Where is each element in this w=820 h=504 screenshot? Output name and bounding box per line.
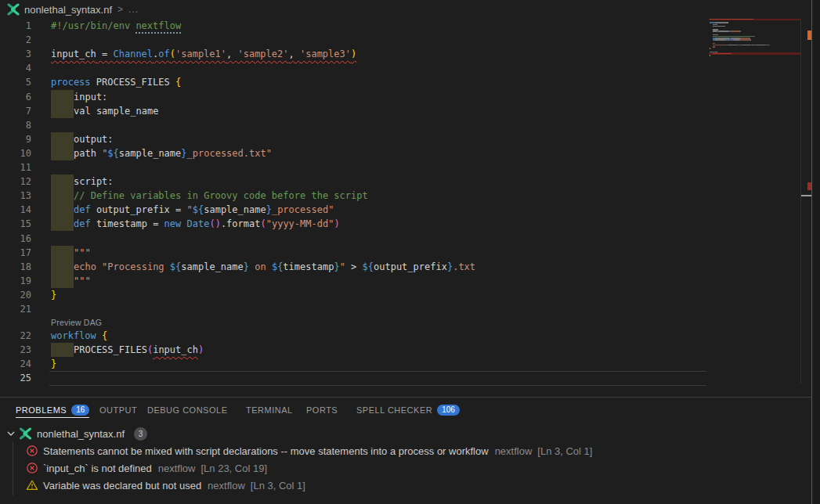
code-line[interactable]: 12script: bbox=[0, 175, 706, 189]
code-line[interactable]: 7val sample_name bbox=[0, 104, 706, 118]
code-line-text: echo "Processing ${sample_name} on ${tim… bbox=[51, 260, 475, 274]
code-token: ${ bbox=[170, 261, 181, 272]
tab-ports[interactable]: PORTS bbox=[306, 398, 338, 422]
code-token: def bbox=[74, 204, 91, 215]
problem-position: [Ln 23, Col 19] bbox=[200, 463, 267, 474]
line-number[interactable]: 17 bbox=[0, 246, 31, 260]
code-token: input_ch bbox=[51, 49, 96, 59]
code-line[interactable]: 21 bbox=[0, 302, 706, 316]
line-number[interactable]: 12 bbox=[0, 175, 31, 189]
line-number[interactable]: 13 bbox=[0, 189, 31, 203]
code-editor[interactable]: 1#!/usr/bin/env nextflow23input_ch = Cha… bbox=[0, 0, 811, 397]
code-line[interactable]: 10path "${sample_name}_processed.txt" bbox=[0, 146, 706, 160]
overview-ruler-scrollbar[interactable] bbox=[800, 15, 811, 383]
tab-problems[interactable]: PROBLEMS16 bbox=[16, 398, 89, 422]
problem-row[interactable]: Statements cannot be mixed with script d… bbox=[0, 442, 811, 459]
tab-output[interactable]: OUTPUT bbox=[99, 398, 137, 422]
minimap-code bbox=[729, 31, 741, 32]
line-number[interactable]: 6 bbox=[0, 90, 31, 104]
problem-row[interactable]: `input_ch` is not definednextflow[Ln 23,… bbox=[0, 459, 811, 477]
code-line[interactable]: 16 bbox=[0, 232, 706, 246]
minimap-code bbox=[728, 22, 728, 23]
tab-debug-console[interactable]: DEBUG CONSOLE bbox=[147, 398, 227, 422]
code-token: timestamp bbox=[283, 261, 334, 272]
line-number[interactable]: 11 bbox=[0, 160, 31, 175]
code-line[interactable]: 17""" bbox=[0, 246, 706, 260]
line-number[interactable]: 10 bbox=[0, 146, 31, 160]
code-line[interactable]: 20} bbox=[0, 288, 706, 302]
line-number[interactable]: 4 bbox=[0, 61, 31, 75]
line-number[interactable]: 20 bbox=[0, 288, 31, 302]
code-line[interactable]: 9output: bbox=[0, 132, 706, 146]
indent-highlight bbox=[51, 274, 74, 288]
line-number[interactable]: 7 bbox=[0, 104, 31, 118]
chevron-down-icon[interactable] bbox=[6, 429, 16, 438]
code-line[interactable]: 13// Define variables in Groovy code bef… bbox=[0, 189, 706, 203]
code-line[interactable]: 14def output_prefix = "${sample_name}_pr… bbox=[0, 203, 706, 217]
line-number[interactable]: 1 bbox=[0, 19, 31, 33]
problems-file-count-badge: 3 bbox=[134, 427, 147, 441]
line-number[interactable]: 16 bbox=[0, 232, 31, 246]
code-line[interactable]: 15def timestamp = new Date().format("yyy… bbox=[0, 217, 706, 231]
code-token: Date bbox=[187, 218, 210, 229]
line-number[interactable]: 24 bbox=[0, 357, 31, 371]
code-line[interactable]: 5process PROCESS_FILES { bbox=[0, 75, 706, 89]
line-number[interactable]: 5 bbox=[0, 75, 31, 89]
line-number[interactable]: 9 bbox=[0, 132, 31, 146]
line-number[interactable]: 15 bbox=[0, 217, 31, 231]
problem-message: Variable was declared but not used bbox=[43, 480, 201, 491]
tab-label: DEBUG CONSOLE bbox=[147, 405, 227, 415]
code-line[interactable]: 18echo "Processing ${sample_name} on ${t… bbox=[0, 260, 706, 274]
problem-position: [Ln 3, Col 1] bbox=[537, 445, 592, 457]
line-number[interactable]: 23 bbox=[0, 343, 31, 357]
code-token: script: bbox=[74, 176, 114, 187]
code-line-text: // Define variables in Groovy code befor… bbox=[51, 189, 368, 203]
code-line[interactable]: 2 bbox=[0, 33, 706, 47]
indent-highlight bbox=[51, 343, 74, 357]
indent-highlight bbox=[51, 90, 74, 104]
line-number[interactable]: 19 bbox=[0, 274, 31, 288]
code-line[interactable]: 25 bbox=[0, 371, 706, 385]
minimap-code bbox=[731, 53, 731, 55]
breadcrumb-more[interactable]: ... bbox=[128, 4, 139, 15]
code-line[interactable]: 1#!/usr/bin/env nextflow bbox=[0, 19, 706, 33]
code-token: _processed.txt" bbox=[187, 148, 272, 159]
code-token: " bbox=[187, 204, 193, 215]
codelens-preview-dag[interactable]: Preview DAG bbox=[51, 318, 102, 327]
error-icon bbox=[26, 445, 38, 457]
code-line[interactable]: 3input_ch = Channel.of('sample1', 'sampl… bbox=[0, 47, 706, 61]
line-number[interactable]: 14 bbox=[0, 203, 31, 217]
problems-filename: nonlethal_syntax.nf bbox=[37, 428, 125, 440]
line-number[interactable]: 8 bbox=[0, 118, 31, 132]
problem-row[interactable]: Variable was declared but not usednextfl… bbox=[0, 477, 811, 494]
line-number[interactable]: 2 bbox=[0, 33, 31, 47]
tab-spell-checker[interactable]: SPELL CHECKER106 bbox=[356, 398, 460, 422]
breadcrumb-filename[interactable]: nonlethal_syntax.nf bbox=[24, 4, 112, 16]
code-line[interactable]: 22workflow { bbox=[0, 329, 706, 343]
tab-terminal[interactable]: TERMINAL bbox=[246, 398, 293, 422]
minimap-code bbox=[710, 48, 710, 49]
line-number[interactable]: 25 bbox=[0, 371, 31, 385]
code-line[interactable]: 4 bbox=[0, 61, 706, 75]
line-number[interactable]: 3 bbox=[0, 47, 31, 61]
code-token: , bbox=[289, 49, 300, 59]
code-token: { bbox=[102, 330, 107, 341]
code-token: } bbox=[51, 290, 56, 301]
code-line[interactable]: 6input: bbox=[0, 90, 706, 104]
code-line[interactable]: 23PROCESS_FILES(input_ch) bbox=[0, 343, 706, 357]
line-number[interactable]: 21 bbox=[0, 302, 31, 316]
problem-message: Statements cannot be mixed with script d… bbox=[43, 445, 489, 457]
line-number[interactable]: 22 bbox=[0, 329, 31, 343]
line-number[interactable]: 18 bbox=[0, 260, 31, 274]
code-token: // Define variables in Groovy code befor… bbox=[74, 190, 368, 201]
right-margin bbox=[812, 0, 820, 504]
code-token: output_prefix = bbox=[91, 204, 187, 215]
code-token: """ bbox=[74, 275, 91, 286]
minimap[interactable] bbox=[709, 15, 800, 77]
code-line[interactable]: 19""" bbox=[0, 274, 706, 288]
code-line[interactable]: 11 bbox=[0, 160, 706, 175]
code-line[interactable]: 8 bbox=[0, 118, 706, 132]
code-line-text: script: bbox=[51, 175, 114, 189]
code-line[interactable]: 24} bbox=[0, 357, 706, 371]
problems-file-group[interactable]: nonlethal_syntax.nf 3 bbox=[0, 425, 811, 442]
